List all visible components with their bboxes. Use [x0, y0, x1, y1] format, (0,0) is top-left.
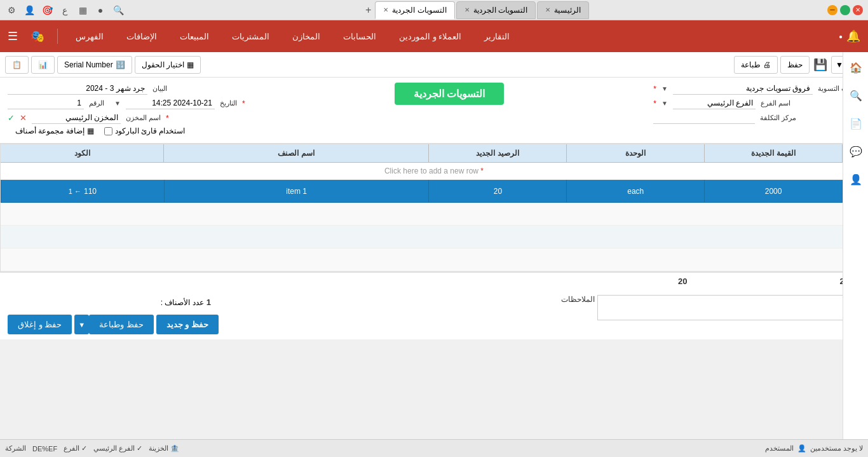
print-save-group: حفظ وطباعة ▼	[74, 315, 154, 334]
add-row-hint[interactable]: Click here to add a new row	[1, 163, 867, 180]
home-side-icon[interactable]: 🏠	[846, 57, 866, 78]
tab-inv1-close[interactable]: ✕	[465, 6, 470, 13]
action-bar-left: ▦ اختيار الحقول 🔢 Serial Number 📊 📋	[5, 56, 201, 74]
notes-input[interactable]	[8, 83, 147, 95]
print-save-dropdown[interactable]: ▼	[74, 315, 89, 334]
save-disk-icon[interactable]: 💾	[813, 58, 827, 72]
row-new-balance: 20	[428, 180, 566, 202]
barcode-checkbox[interactable]	[104, 127, 112, 135]
notification-dot: ●	[839, 33, 843, 40]
nav-clients[interactable]: العملاء و الموردين	[394, 29, 466, 44]
warehouse-row: ✓ ✕ اسم المخزن *	[8, 112, 245, 124]
target-icon[interactable]: 🎯	[41, 4, 53, 17]
warehouse-label: اسم المخزن	[126, 114, 161, 122]
cost-center-input[interactable]	[653, 112, 755, 124]
main-branch-label: الفرع الرئيسي	[93, 444, 135, 453]
account-required-star: *	[653, 85, 656, 93]
warehouse-input[interactable]	[32, 112, 121, 124]
export-excel-button[interactable]: 📊	[31, 56, 55, 74]
number-input[interactable]	[8, 97, 84, 109]
whatsapp-side-icon[interactable]: 💬	[846, 141, 866, 161]
title-bar: ✕ ─ الرئيسية ✕ التسويات الجردية ✕ التسوي…	[0, 0, 868, 20]
circle-icon[interactable]: ●	[94, 4, 107, 17]
form-title: التسويات الجردية	[395, 83, 504, 105]
currency-label: DE%EF	[32, 445, 57, 453]
items-table: القيمة الجديدة الوحدة الرصيد الجديد اسم …	[0, 144, 868, 272]
field-chooser-button[interactable]: ▦ اختيار الحقول	[135, 56, 201, 74]
number-row: الرقم	[8, 97, 104, 109]
user-side-icon[interactable]: 👤	[846, 169, 866, 189]
date-input[interactable]	[126, 97, 215, 109]
date-dropdown[interactable]: ▼	[114, 100, 121, 107]
empty-row-2	[1, 226, 867, 249]
empty-row-1	[1, 203, 867, 226]
status-left: لا يوجد مستخدمين 👤 المستخدم	[765, 444, 863, 453]
nav-reports[interactable]: التقارير	[479, 29, 515, 44]
new-value-input[interactable]	[710, 187, 837, 196]
notes-wrapper: ▲ ▼ الملاحظات	[561, 295, 860, 320]
tab-inventory-adj1[interactable]: التسويات الجردية ✕	[456, 1, 536, 19]
branch-input[interactable]	[673, 97, 756, 109]
table-row: ✕ each 20 item 1 110 ← 1	[1, 180, 867, 203]
account-dropdown[interactable]: ▼	[661, 85, 668, 92]
add-tab-button[interactable]: +	[363, 4, 374, 16]
copy-button[interactable]: 📋	[5, 56, 29, 74]
tab-home[interactable]: الرئيسية ✕	[537, 1, 589, 19]
status-bar: لا يوجد مستخدمين 👤 المستخدم 🏦 الخزينة ✓ …	[0, 439, 868, 457]
tab-bar: الرئيسية ✕ التسويات الجردية ✕ التسويات ا…	[363, 1, 589, 19]
branch-dropdown[interactable]: ▼	[661, 100, 668, 107]
main-navigation: 🔔 ● التقارير العملاء و الموردين الحسابات…	[0, 20, 868, 52]
status-warehouse: 🏦 الخزينة	[149, 444, 179, 453]
notification-bell[interactable]: 🔔	[846, 29, 860, 43]
user-toolbar-icon[interactable]: 👤	[23, 4, 36, 17]
totals-row: 2,000 20	[678, 276, 860, 286]
tab-home-close[interactable]: ✕	[545, 6, 550, 13]
group-icon: ▦	[87, 126, 94, 135]
print-button[interactable]: 🖨 طباعة	[734, 56, 778, 74]
save-button[interactable]: حفظ	[780, 56, 810, 74]
settings-icon[interactable]: ⚙	[5, 4, 18, 17]
th-unit-label: الوحدة	[625, 149, 646, 158]
save-close-button[interactable]: حفظ و إغلاق	[8, 315, 72, 334]
nav-accounts[interactable]: الحسابات	[338, 29, 381, 44]
document-side-icon[interactable]: 📄	[846, 113, 866, 133]
print-save-button[interactable]: حفظ وطباعة	[89, 315, 154, 334]
save-new-button[interactable]: حفظ و جديد	[156, 315, 219, 334]
main-branch-check: ✓	[137, 444, 142, 453]
count-section: 1 عدد الأصناف :	[153, 295, 219, 310]
warehouse-check[interactable]: ✓	[8, 113, 15, 123]
window-maximize-button[interactable]	[840, 5, 850, 15]
form-section-right: * ▼ حساب التسوية * ▼ اسم الفرع مركز التك…	[653, 83, 860, 124]
notes-textarea[interactable]	[597, 295, 851, 320]
status-right: 🏦 الخزينة ✓ الفرع الرئيسي ✓ الفرع DE%EF …	[5, 444, 179, 453]
search-toolbar-icon[interactable]: 🔍	[112, 4, 125, 17]
nav-additions[interactable]: الإضافات	[121, 29, 162, 44]
row-new-value[interactable]	[704, 180, 842, 202]
grid-toolbar-icon[interactable]: ▦	[76, 4, 89, 17]
search-side-icon[interactable]: 🔍	[846, 85, 866, 106]
footer-totals: 2,000 20	[0, 272, 868, 290]
nav-purchases[interactable]: المشتريات	[227, 29, 275, 44]
tab-inventory-adj2[interactable]: التسويات الجردية ✕	[375, 1, 454, 19]
excel-icon: 📊	[38, 60, 48, 69]
nav-warehouses[interactable]: المخازن	[287, 29, 325, 44]
form-top-row: * ▼ حساب التسوية * ▼ اسم الفرع مركز التك…	[8, 83, 860, 124]
serial-number-button[interactable]: 🔢 Serial Number	[57, 56, 132, 74]
tab-inv2-close[interactable]: ✕	[383, 6, 388, 13]
lang-icon[interactable]: ع	[58, 4, 71, 17]
window-minimize-button[interactable]: ─	[827, 5, 837, 15]
form-section-left: البيان الرقم ▼ التاريخ * ✓ ✕ اسم المخزن	[8, 83, 245, 124]
status-branch: ✓ الفرع	[64, 444, 87, 453]
window-close-button[interactable]: ✕	[853, 5, 863, 15]
warehouse-required-star: *	[166, 114, 169, 123]
warehouse-x[interactable]: ✕	[20, 113, 27, 123]
account-type-input[interactable]	[673, 83, 813, 95]
th-item-name: اسم الصنف	[163, 144, 428, 162]
nav-sales[interactable]: المبيعات	[175, 29, 214, 44]
tab-inventory-adj2-label: التسويات الجردية	[392, 6, 446, 15]
barcode-checkbox-item: استخدام قارئ الباركود	[104, 126, 186, 135]
nav-right: التقارير العملاء و الموردين الحسابات الم…	[8, 29, 515, 44]
field-chooser-label: اختيار الحقول	[142, 60, 184, 69]
nav-menu-icon[interactable]: ☰	[8, 29, 18, 43]
nav-index[interactable]: الفهرس	[71, 29, 109, 44]
